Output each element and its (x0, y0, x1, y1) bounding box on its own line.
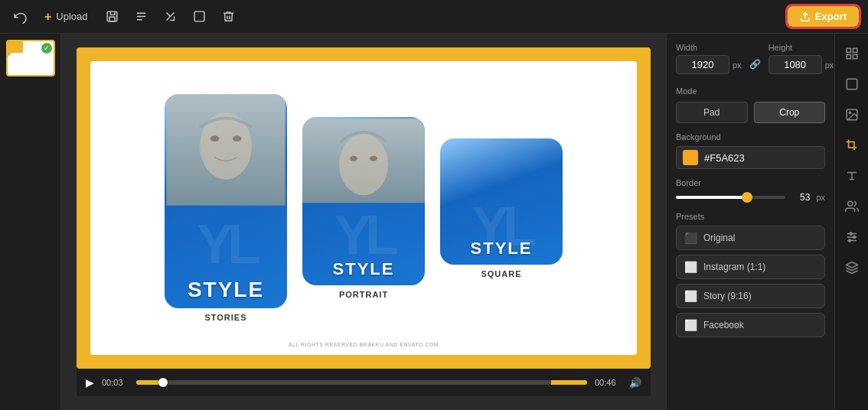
portrait-style-text: STYLE (333, 259, 395, 279)
svg-point-9 (350, 156, 357, 161)
save-icon[interactable] (102, 6, 123, 28)
color-swatch[interactable] (683, 150, 698, 165)
svg-point-18 (847, 201, 852, 206)
width-input-row: px (676, 55, 742, 74)
border-slider[interactable] (676, 196, 785, 199)
preset-facebook[interactable]: ⬜ Facebook (676, 313, 825, 337)
svg-rect-15 (847, 79, 857, 89)
main-area: S ✓ (0, 34, 868, 410)
svg-rect-11 (847, 48, 850, 52)
svg-rect-1 (194, 11, 204, 21)
svg-point-6 (233, 135, 242, 142)
portrait-label: PORTRAIT (339, 290, 388, 299)
border-value: 53 (791, 192, 810, 203)
icon-sidebar (834, 34, 868, 410)
background-label: Background (676, 132, 825, 142)
square-label: SQUARE (481, 269, 521, 278)
canvas-inner: YL STYLE STORIES (90, 61, 637, 355)
frame-sidebar-icon[interactable] (838, 70, 866, 98)
export-button[interactable]: Export (788, 6, 859, 27)
stories-card[interactable]: YL STYLE (165, 94, 287, 308)
preset-story-label: Story (9:16) (703, 291, 752, 301)
thumbnail-item[interactable]: S ✓ (6, 40, 55, 76)
copyright-text: ALL RIGHTS RESERVED BRAKKU AND ENVATO.CO… (289, 342, 439, 347)
preset-instagram-icon: ⬜ (684, 261, 697, 273)
mode-crop-button[interactable]: Crop (754, 102, 826, 123)
svg-point-22 (850, 233, 852, 235)
volume-icon[interactable]: 🔊 (629, 377, 641, 389)
width-field: Width px (676, 43, 742, 74)
border-unit: px (816, 193, 825, 202)
preset-original[interactable]: ⬛ Original (676, 226, 825, 250)
delete-icon[interactable] (218, 6, 240, 28)
height-input[interactable] (768, 55, 822, 74)
svg-point-17 (849, 112, 850, 113)
width-unit: px (733, 60, 742, 70)
svg-point-24 (848, 239, 850, 242)
width-input[interactable] (676, 55, 729, 74)
height-field: Height px (768, 43, 834, 74)
preset-facebook-label: Facebook (703, 320, 744, 330)
layers-sidebar-icon[interactable] (838, 254, 866, 281)
border-slider-row: 53 px (676, 192, 825, 203)
mode-row: Pad Crop (676, 102, 825, 123)
square-card-container: YL STYLE SQUARE (440, 138, 563, 278)
svg-point-10 (370, 156, 377, 161)
rect-icon[interactable] (189, 6, 210, 28)
presets-section: Presets ⬛ Original ⬜ Instagram (1:1) ⬜ S… (676, 212, 825, 337)
svg-rect-14 (853, 55, 857, 59)
background-section: Background #F5A623 (676, 132, 825, 169)
link-icon[interactable]: 🔗 (749, 59, 761, 70)
left-sidebar: S ✓ (0, 34, 61, 410)
progress-thumb[interactable] (158, 378, 168, 387)
play-button[interactable]: ▶ (86, 376, 94, 389)
text-sidebar-icon[interactable] (838, 162, 866, 190)
person-sidebar-icon[interactable] (838, 193, 866, 220)
dimension-row: Width px 🔗 Height px (676, 43, 825, 74)
square-card[interactable]: YL STYLE (440, 138, 563, 265)
playback-bar: ▶ 00:03 00:46 🔊 (77, 369, 651, 396)
svg-rect-13 (847, 55, 850, 59)
crop-sidebar-icon[interactable] (838, 132, 866, 159)
svg-point-5 (210, 135, 220, 142)
svg-rect-12 (853, 48, 857, 52)
presets-label: Presets (676, 212, 825, 221)
preset-story[interactable]: ⬜ Story (9:16) (676, 284, 825, 308)
preset-facebook-icon: ⬜ (684, 319, 697, 331)
square-style-text: STYLE (471, 239, 533, 259)
color-hex: #F5A623 (704, 152, 818, 164)
width-label: Width (676, 43, 742, 52)
mode-pad-button[interactable]: Pad (676, 102, 748, 123)
preset-instagram[interactable]: ⬜ Instagram (1:1) (676, 255, 825, 279)
background-input-row[interactable]: #F5A623 (676, 146, 825, 169)
portrait-card-container: YL STYLE PORTRAIT (302, 117, 425, 299)
progress-track[interactable] (136, 380, 587, 385)
height-label: Height (768, 43, 834, 52)
sliders-sidebar-icon[interactable] (838, 223, 866, 251)
stories-label: STORIES (204, 313, 246, 322)
toolbar: + Upload (0, 0, 868, 34)
stories-card-container: YL STYLE STORIES (165, 94, 287, 322)
preset-story-icon: ⬜ (684, 290, 697, 302)
preset-original-icon: ⬛ (684, 232, 697, 244)
mode-label: Mode (676, 86, 697, 96)
time-start: 00:03 (102, 378, 129, 387)
transform-icon[interactable] (160, 6, 181, 28)
undo-icon[interactable] (9, 6, 31, 28)
preset-original-label: Original (703, 233, 735, 243)
height-unit: px (825, 60, 834, 70)
text-format-icon[interactable] (131, 6, 152, 28)
right-panel: Width px 🔗 Height px Mode Pad (666, 34, 834, 410)
image-sidebar-icon[interactable] (838, 101, 866, 129)
grid-sidebar-icon[interactable] (838, 40, 866, 67)
thumbnail-check: ✓ (41, 43, 52, 54)
portrait-card[interactable]: YL STYLE (302, 117, 425, 285)
slider-fill (676, 196, 747, 199)
height-input-row: px (768, 55, 834, 74)
time-end: 00:46 (595, 378, 622, 387)
border-section: Border 53 px (676, 178, 825, 203)
slider-thumb[interactable] (742, 192, 752, 203)
svg-point-23 (853, 236, 855, 239)
upload-button[interactable]: + Upload (38, 7, 94, 27)
preset-instagram-label: Instagram (1:1) (703, 262, 765, 272)
